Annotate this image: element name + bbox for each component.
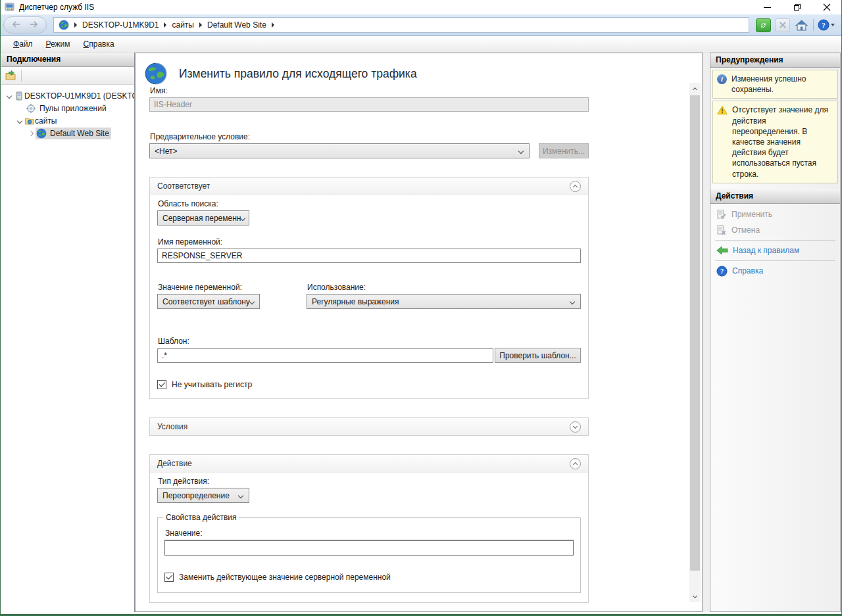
add-connection-icon[interactable]	[5, 70, 16, 82]
help-action[interactable]: ? Справка	[710, 263, 840, 279]
back-to-rules-action[interactable]: Назад к правилам	[710, 243, 840, 258]
action-type-label: Тип действия:	[158, 477, 581, 486]
using-select[interactable]: Регулярные выражения	[307, 294, 581, 309]
using-label: Использование:	[307, 283, 581, 292]
match-group-header: Соответствует	[150, 178, 588, 195]
sites-folder-icon	[24, 116, 35, 126]
conditions-group-title: Условия	[157, 422, 187, 431]
iis-manager-window: Диспетчер служб IIS	[0, 0, 842, 616]
action-group-header: Действие	[150, 455, 588, 472]
chevron-down-icon[interactable]	[15, 119, 24, 123]
restore-button[interactable]	[782, 0, 812, 14]
apply-label: Применить	[731, 210, 772, 219]
cancel-label: Отмена	[731, 225, 760, 235]
scroll-up-button[interactable]	[689, 83, 701, 94]
action-group: Действие Тип действия: Переопределение С…	[149, 454, 589, 603]
scrollbar-thumb[interactable]	[690, 95, 700, 571]
match-group-body: Область поиска: Серверная переменн Имя п…	[150, 195, 588, 398]
precondition-select[interactable]: <Нет>	[149, 143, 530, 158]
conditions-group-header: Условия	[150, 418, 588, 435]
address-toolbar: ?	[756, 18, 835, 32]
using-value: Регулярные выражения	[312, 297, 399, 306]
address-bar: DESKTOP-U1MK9D1 сайты Default Web Site	[1, 14, 841, 36]
action-group-body: Тип действия: Переопределение Свойства д…	[150, 472, 588, 602]
chevron-down-icon	[573, 423, 578, 428]
expand-button[interactable]	[570, 421, 581, 433]
scope-select[interactable]: Серверная переменн	[157, 210, 249, 225]
pattern-input[interactable]: .*	[157, 348, 493, 363]
collapse-button[interactable]	[570, 181, 581, 192]
iis-app-icon	[5, 2, 15, 12]
chevron-up-icon	[573, 185, 578, 189]
feature-content-panel: Изменить правило для исходящего трафика …	[135, 53, 703, 612]
cancel-icon	[716, 225, 727, 235]
menu-help[interactable]: Справка	[77, 37, 121, 51]
stop-button[interactable]	[775, 18, 790, 32]
test-pattern-button[interactable]: Проверить шаблон...	[495, 348, 581, 363]
help-menu-button[interactable]: ?	[818, 19, 835, 31]
globe-icon	[144, 62, 168, 85]
match-group-title: Соответствует	[157, 181, 210, 191]
pattern-label: Шаблон:	[158, 337, 581, 346]
info-alert-text: Изменения успешно сохранены.	[731, 74, 833, 95]
home-icon	[795, 20, 808, 31]
restore-icon	[793, 3, 801, 11]
breadcrumb-arrow-icon	[272, 22, 274, 28]
stop-icon	[780, 22, 786, 28]
tree-node-default-web-site[interactable]: Default Web Site	[1, 127, 134, 139]
menu-file[interactable]: Файл	[7, 37, 39, 51]
menu-view[interactable]: Режим	[39, 37, 77, 51]
tree-node-server[interactable]: DESKTOP-U1MK9D1 (DESKTOP	[1, 89, 134, 102]
apply-icon	[716, 209, 727, 220]
warning-alert: Отсутствует значение для действия переоп…	[712, 101, 838, 183]
tree-node-sites[interactable]: сайты	[1, 114, 134, 127]
info-icon	[717, 74, 727, 84]
chevron-down-icon[interactable]	[5, 94, 14, 98]
help-icon: ?	[716, 266, 728, 277]
breadcrumb-default-web-site[interactable]: Default Web Site	[207, 20, 266, 30]
vertical-scrollbar[interactable]	[689, 83, 701, 602]
minimize-button[interactable]	[753, 0, 782, 14]
info-alert: Изменения успешно сохранены.	[712, 70, 838, 99]
menu-bar: Файл Режим Справка	[1, 36, 841, 53]
actions-list: Применить Отмена Назад к правилам	[710, 204, 840, 282]
variable-value-value: Соответствует шаблону	[162, 297, 250, 306]
variable-name-input[interactable]: RESPONSE_SERVER	[157, 249, 581, 263]
refresh-icon	[759, 21, 768, 30]
connections-header: Подключения	[1, 53, 134, 67]
page-header: Изменить правило для исходящего трафика	[144, 61, 589, 86]
scope-label: Область поиска:	[158, 199, 581, 208]
connections-toolbar	[1, 67, 134, 85]
scroll-down-button[interactable]	[689, 591, 701, 602]
back-to-rules-label: Назад к правилам	[733, 246, 799, 255]
chevron-down-icon	[831, 24, 835, 26]
action-value-input[interactable]	[164, 540, 574, 556]
forward-button[interactable]	[29, 20, 38, 30]
close-button[interactable]	[812, 0, 841, 14]
connections-panel: Подключения DESKTOP-U1MK9D	[1, 53, 135, 612]
application-pools-icon	[26, 103, 36, 114]
home-button[interactable]	[794, 18, 809, 32]
breadcrumb-server[interactable]: DESKTOP-U1MK9D1	[82, 20, 159, 30]
apply-action: Применить	[710, 206, 840, 222]
tree-label-server: DESKTOP-U1MK9D1 (DESKTOP	[24, 91, 134, 101]
help-label: Справка	[732, 266, 763, 275]
chevron-right-icon[interactable]	[26, 131, 36, 135]
tree-node-app-pools[interactable]: Пулы приложений	[1, 102, 134, 114]
collapse-button[interactable]	[570, 458, 581, 469]
ignore-case-checkbox[interactable]	[157, 380, 166, 389]
action-type-select[interactable]: Переопределение	[157, 488, 249, 503]
action-properties-fieldset: Свойства действия Значение: Заменить дей…	[157, 517, 581, 593]
breadcrumb[interactable]: DESKTOP-U1MK9D1 сайты Default Web Site	[53, 17, 749, 33]
warning-icon	[717, 105, 728, 115]
refresh-button[interactable]	[756, 18, 771, 32]
globe-icon	[59, 20, 69, 30]
replace-value-checkbox[interactable]	[164, 573, 174, 582]
actions-header: Действия	[710, 189, 840, 204]
breadcrumb-sites[interactable]: сайты	[172, 20, 194, 30]
action-group-title: Действие	[157, 459, 192, 468]
window-title: Диспетчер служб IIS	[19, 3, 94, 12]
variable-value-select[interactable]: Соответствует шаблону	[157, 294, 260, 309]
match-group: Соответствует Область поиска: Серверная …	[149, 177, 589, 399]
back-button[interactable]	[12, 20, 21, 30]
